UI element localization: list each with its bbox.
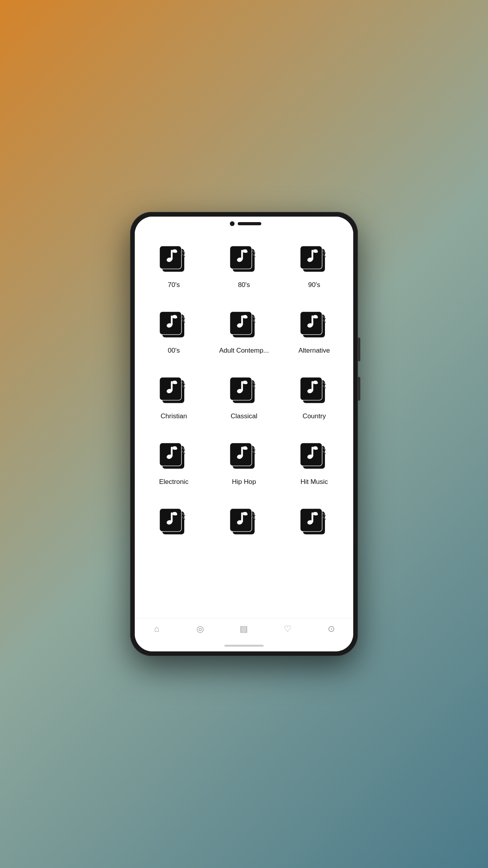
genre-label-adult-contemp: Adult Contemp... (219, 347, 269, 355)
genre-label-hit-music: Hit Music (301, 478, 328, 486)
genre-label-70s: 70's (168, 281, 180, 289)
home-indicator (224, 645, 264, 647)
svg-rect-49 (300, 377, 322, 401)
side-button-2 (358, 377, 360, 401)
genre-item-hip-hop[interactable]: Hip Hop (209, 430, 279, 496)
genre-label-90s: 90's (308, 281, 320, 289)
genre-item-70s[interactable]: 70's (139, 233, 209, 299)
music-icon-70s (156, 241, 191, 276)
svg-rect-73 (160, 509, 182, 532)
genres-grid: 70's 80's (135, 229, 353, 557)
svg-rect-79 (230, 509, 252, 532)
genre-label-electronic: Electronic (159, 478, 189, 486)
svg-rect-55 (160, 443, 182, 466)
genre-item-adult-contemp[interactable]: Adult Contemp... (209, 299, 279, 364)
music-icon-partial1 (156, 504, 191, 539)
music-icon-partial2 (226, 504, 262, 539)
music-icon-80s (226, 241, 262, 276)
genre-item-partial2[interactable] (209, 496, 279, 554)
nav-browse[interactable]: ▤ (238, 623, 250, 635)
music-icon-classical (226, 372, 262, 408)
svg-rect-61 (230, 443, 252, 466)
genre-label-country: Country (303, 412, 326, 420)
svg-rect-1 (160, 246, 182, 269)
genre-item-00s[interactable]: 00's (139, 299, 209, 364)
speaker (238, 222, 261, 225)
music-icon-christian (156, 372, 191, 408)
nav-heart[interactable]: ♡ (282, 623, 294, 635)
genre-label-christian: Christian (161, 412, 187, 420)
genre-item-electronic[interactable]: Electronic (139, 430, 209, 496)
genre-item-80s[interactable]: 80's (209, 233, 279, 299)
nav-home[interactable]: ⌂ (151, 623, 163, 635)
svg-rect-31 (300, 312, 322, 335)
music-icon-adult-contemp (226, 307, 262, 342)
genre-item-hit-music[interactable]: Hit Music (279, 430, 349, 496)
phone-screen: 70's 80's (135, 229, 353, 618)
music-icon-partial3 (297, 504, 332, 539)
phone-frame: 70's 80's (130, 212, 358, 656)
music-icon-country (297, 372, 332, 408)
bottom-nav: ⌂ ◎ ▤ ♡ ⊙ (135, 618, 353, 640)
svg-rect-13 (300, 246, 322, 269)
svg-rect-67 (300, 443, 322, 466)
camera (230, 221, 235, 226)
svg-rect-7 (230, 246, 252, 269)
side-button-1 (358, 338, 360, 361)
svg-rect-37 (160, 377, 182, 401)
genre-label-classical: Classical (231, 412, 257, 420)
genre-item-partial1[interactable] (139, 496, 209, 554)
music-icon-90s (297, 241, 332, 276)
genre-item-christian[interactable]: Christian (139, 364, 209, 430)
svg-rect-19 (160, 312, 182, 335)
home-indicator-bar (135, 640, 353, 651)
genre-label-alternative: Alternative (299, 347, 330, 355)
svg-rect-85 (300, 509, 322, 532)
music-icon-alternative (297, 307, 332, 342)
genre-item-90s[interactable]: 90's (279, 233, 349, 299)
phone-screen-container: 70's 80's (135, 217, 353, 651)
svg-rect-43 (230, 377, 252, 401)
genre-item-classical[interactable]: Classical (209, 364, 279, 430)
music-icon-hip-hop (226, 438, 262, 473)
genre-label-hip-hop: Hip Hop (232, 478, 256, 486)
music-icon-electronic (156, 438, 191, 473)
genre-item-partial3[interactable] (279, 496, 349, 554)
music-icon-hit-music (297, 438, 332, 473)
nav-search[interactable]: ◎ (194, 623, 206, 635)
genre-label-80s: 80's (238, 281, 250, 289)
genre-label-00s: 00's (168, 347, 180, 355)
music-icon-00s (156, 307, 191, 342)
notch-area (135, 217, 353, 229)
genre-item-country[interactable]: Country (279, 364, 349, 430)
nav-profile[interactable]: ⊙ (325, 623, 337, 635)
genre-item-alternative[interactable]: Alternative (279, 299, 349, 364)
svg-rect-25 (230, 312, 252, 335)
